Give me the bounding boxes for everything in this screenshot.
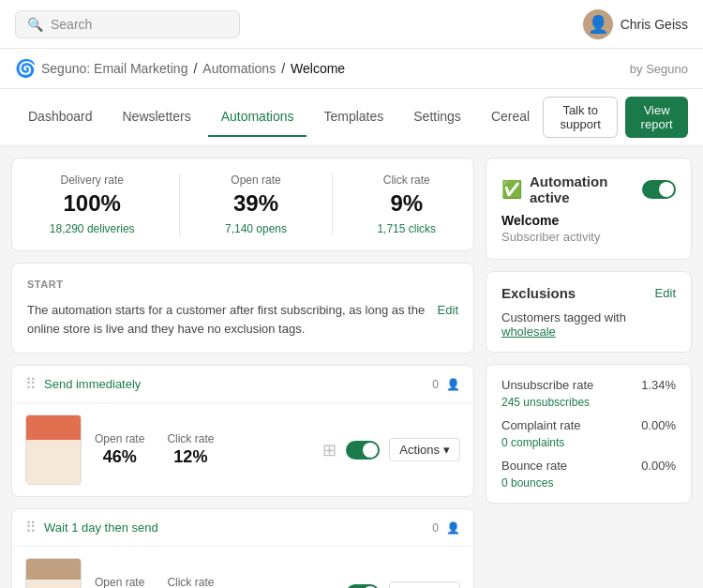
bounce-rate-value: 0.00%: [641, 459, 676, 473]
exclusions-card: Exclusions Edit Customers tagged with wh…: [486, 271, 692, 353]
open-rate-value: 39%: [225, 190, 287, 217]
actions-button-2[interactable]: Actions ▾: [389, 581, 460, 588]
start-edit-link[interactable]: Edit: [438, 301, 458, 320]
rate-info-0: Unsubscribe rate 245 unsubscribes: [501, 378, 593, 409]
search-placeholder: Search: [51, 17, 92, 32]
status-title: ✅ Automation active: [501, 173, 642, 205]
exclusions-title: Exclusions: [501, 285, 576, 301]
rate-row-0: Unsubscribe rate 245 unsubscribes 1.34%: [501, 378, 676, 409]
breadcrumb-sep1: /: [193, 61, 197, 76]
breadcrumb-current: Welcome: [291, 61, 345, 76]
start-label: START: [27, 279, 458, 290]
open-rate-label: Open rate: [225, 173, 287, 187]
start-description-text: The automation starts for a customer aft…: [27, 301, 426, 338]
step-highlight-2: 1 day: [71, 520, 101, 535]
tab-dashboard[interactable]: Dashboard: [15, 98, 106, 137]
tab-automations[interactable]: Automations: [208, 98, 307, 137]
exclusions-body: Customers tagged with wholesale: [501, 310, 676, 339]
email-open-rate-value-1: 46%: [95, 447, 144, 467]
stat-divider-1: [179, 173, 180, 235]
stats-card: Delivery rate 100% 18,290 deliveries Ope…: [11, 158, 474, 251]
tab-templates[interactable]: Templates: [310, 98, 396, 137]
rates-card: Unsubscribe rate 245 unsubscribes 1.34% …: [486, 364, 692, 504]
click-rate-link[interactable]: 1,715 clicks: [377, 222, 436, 235]
step-body-1: Open rate 46% Click rate 12% ⊞ Actions: [12, 403, 473, 496]
email-click-rate-label-1: Click rate: [167, 432, 214, 445]
grid-icon-2[interactable]: ⊞: [322, 583, 337, 589]
grid-icon-1[interactable]: ⊞: [322, 440, 337, 460]
automation-toggle-circle: [659, 182, 674, 197]
step-meta-1: 0 👤: [432, 378, 460, 391]
avatar: 👤: [583, 9, 613, 39]
left-column: Delivery rate 100% 18,290 deliveries Ope…: [11, 158, 474, 588]
tab-settings[interactable]: Settings: [400, 98, 474, 137]
open-rate-link[interactable]: 7,140 opens: [225, 222, 287, 235]
delivery-rate-stat: Delivery rate 100% 18,290 deliveries: [50, 173, 135, 235]
complaints-link[interactable]: 0 complaints: [501, 436, 564, 449]
rate-info-2: Bounce rate 0 bounces: [501, 459, 567, 490]
step-card-2: ⠿ Wait 1 day then send 0 👤 Open rate: [11, 508, 474, 588]
step-meta-2: 0 👤: [432, 521, 460, 535]
actions-button-1[interactable]: Actions ▾: [389, 438, 460, 461]
exclusions-tag-link[interactable]: wholesale: [501, 324, 556, 339]
step-highlight-1: immediately: [76, 377, 141, 391]
delivery-rate-value: 100%: [50, 190, 135, 217]
email-open-rate-2: Open rate 36%: [95, 576, 144, 588]
tab-newsletters[interactable]: Newsletters: [110, 98, 204, 137]
search-icon: 🔍: [27, 17, 43, 32]
step-controls-1: ⊞ Actions ▾: [322, 438, 460, 461]
drag-icon-2[interactable]: ⠿: [25, 519, 37, 536]
breadcrumb-section[interactable]: Automations: [202, 61, 276, 76]
open-rate-stat: Open rate 39% 7,140 opens: [225, 173, 287, 235]
email-click-rate-2: Click rate 8%: [167, 576, 214, 588]
exclusions-edit-link[interactable]: Edit: [655, 286, 676, 300]
email-open-rate-label-1: Open rate: [95, 432, 144, 445]
step-title-text-1: Send immediately: [44, 377, 141, 391]
person-icon-1: 👤: [446, 378, 460, 391]
search-bar[interactable]: 🔍 Search: [15, 10, 240, 38]
bounces-link[interactable]: 0 bounces: [501, 476, 553, 490]
right-column: ✅ Automation active Welcome Subscriber a…: [486, 158, 692, 588]
step-controls-2: ⊞ Actions ▾: [322, 581, 460, 588]
header: 🔍 Search 👤 Chris Geiss: [0, 0, 703, 49]
check-circle-icon: ✅: [501, 179, 522, 200]
drag-icon-1[interactable]: ⠿: [25, 375, 37, 393]
toggle-circle-1: [363, 443, 378, 458]
step-card-1: ⠿ Send immediately 0 👤 Open rate: [11, 365, 474, 497]
delivery-rate-label: Delivery rate: [50, 173, 135, 187]
breadcrumb-bar: 🌀 Seguno: Email Marketing / Automations …: [0, 49, 703, 89]
email-stats-2: Open rate 36% Click rate 8%: [95, 576, 214, 588]
breadcrumb-brand[interactable]: Seguno: Email Marketing: [41, 61, 187, 76]
view-report-button[interactable]: View report: [625, 97, 688, 138]
tab-cereal[interactable]: Cereal: [478, 98, 543, 137]
step-title-text-2: Wait 1 day then send: [44, 520, 158, 535]
user-name: Chris Geiss: [621, 17, 688, 32]
automation-active-label: Automation active: [530, 173, 642, 205]
email-thumbnail-2: [25, 558, 82, 588]
status-header: ✅ Automation active: [501, 173, 676, 205]
exclusions-header: Exclusions Edit: [501, 285, 676, 301]
breadcrumb: 🌀 Seguno: Email Marketing / Automations …: [15, 58, 345, 79]
unsubscribes-link[interactable]: 245 unsubscribes: [501, 396, 590, 409]
delivery-rate-link[interactable]: 18,290 deliveries: [50, 222, 135, 235]
actions-label-1: Actions: [399, 443, 440, 457]
step-count-1: 0: [432, 378, 439, 391]
complaint-rate-value: 0.00%: [641, 418, 676, 432]
rate-row-1: Complaint rate 0 complaints 0.00%: [501, 418, 676, 449]
step-title-2: ⠿ Wait 1 day then send: [25, 519, 158, 536]
breadcrumb-sep2: /: [281, 61, 285, 76]
click-rate-label: Click rate: [377, 173, 436, 187]
toggle-2[interactable]: [346, 584, 380, 589]
automation-name: Welcome: [501, 213, 676, 228]
automation-toggle[interactable]: [642, 180, 676, 199]
email-open-rate-1: Open rate 46%: [95, 432, 144, 467]
toggle-1[interactable]: [346, 441, 380, 460]
start-description-row: The automation starts for a customer aft…: [27, 301, 458, 338]
unsubscribe-rate-label: Unsubscribe rate: [501, 378, 593, 392]
person-icon-2: 👤: [446, 521, 460, 535]
rate-row-2: Bounce rate 0 bounces 0.00%: [501, 459, 676, 490]
click-rate-value: 9%: [377, 190, 436, 217]
talk-to-support-button[interactable]: Talk to support: [543, 97, 618, 138]
complaint-rate-label: Complaint rate: [501, 418, 581, 432]
by-seguno: by Seguno: [630, 62, 688, 76]
